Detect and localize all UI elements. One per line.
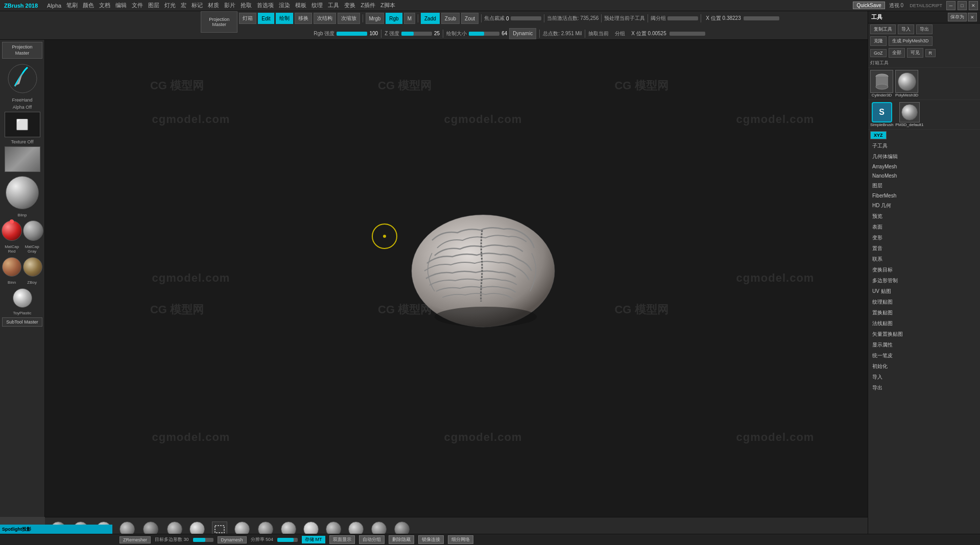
pm3d-default-tool[interactable]: PM3D_default1 (895, 102, 923, 127)
cylinder3d-tool[interactable]: Cylinder3D (870, 70, 893, 97)
simple-brush-thumb[interactable]: S (872, 102, 892, 122)
clone-btn[interactable]: 克隆 (870, 36, 887, 46)
lock-transform-btn[interactable]: 锁像连接 (418, 535, 444, 544)
texture-preview[interactable] (5, 146, 40, 172)
polymesh3d-thumb[interactable] (895, 70, 918, 93)
menu-transform-target[interactable]: 变换目标 (868, 265, 980, 276)
z-strength-slider[interactable] (401, 32, 432, 36)
scale-button[interactable]: 次结构 (314, 13, 336, 24)
zsub-button[interactable]: Zsub (441, 13, 460, 24)
menu-layer[interactable]: 图层 (146, 2, 161, 9)
menu-zplugin[interactable]: Z插件 (358, 2, 377, 9)
split-rate-slider[interactable] (277, 538, 298, 542)
menu-stencil[interactable]: 模板 (293, 2, 308, 9)
menu-surface[interactable]: 表面 (868, 222, 980, 233)
menu-alpha[interactable]: Alpha (45, 3, 63, 9)
rgb-strength-slider[interactable] (337, 32, 367, 36)
maximize-button[interactable]: □ (958, 1, 967, 10)
delete-hidden-btn[interactable]: 删除隐藏 (389, 535, 414, 544)
menu-macro[interactable]: 宏 (179, 2, 188, 9)
menu-geometry[interactable]: 几何体编辑 (868, 152, 980, 162)
menu-color[interactable]: 颜色 (81, 2, 96, 9)
subtool-master-panel[interactable]: SubTool Master (2, 317, 42, 327)
menu-material[interactable]: 材质 (206, 2, 221, 9)
menu-tool[interactable]: 工具 (326, 2, 341, 9)
rotate-button[interactable]: 次缩放 (338, 13, 360, 24)
draw-button[interactable]: 绘制 (276, 13, 293, 24)
alpha-preview[interactable]: ⬜ (5, 112, 40, 137)
brush-icon-display[interactable] (5, 61, 40, 96)
quicksave-button[interactable]: QuickSave (853, 2, 885, 9)
canvas-area[interactable]: cgmodel.com cgmodel.com cgmodel.com cgmo… (45, 40, 921, 517)
menu-layers[interactable]: 图层 (868, 181, 980, 191)
store-mt-btn[interactable]: 存储 MT (302, 536, 325, 543)
menu-displacement-map[interactable]: 置换贴图 (868, 308, 980, 318)
menu-texture-map[interactable]: 纹理贴图 (868, 297, 980, 308)
dynamic-button[interactable]: Dynamic (509, 28, 536, 39)
menu-display-props[interactable]: 显示属性 (868, 340, 980, 351)
draw-size-slider[interactable] (469, 32, 499, 36)
visible-btn[interactable]: 可见 (907, 48, 923, 58)
material-ball-zboy[interactable] (23, 257, 42, 277)
xyz-button[interactable]: XYZ (870, 131, 887, 139)
menu-zscript[interactable]: Z脚本 (378, 2, 397, 9)
close-button[interactable]: ✕ (969, 1, 978, 10)
menu-light[interactable]: 灯光 (162, 2, 178, 9)
lightbox-button[interactable]: 灯箱 (239, 13, 256, 24)
rgb-button[interactable]: Rgb (386, 13, 402, 24)
close-panel-btn[interactable]: ✕ (968, 13, 977, 21)
material-ball-gray[interactable] (23, 220, 43, 241)
dynamesh-btn[interactable]: Dynamesh (218, 536, 247, 543)
material-shinny[interactable] (0, 174, 44, 211)
menu-file[interactable]: 文件 (130, 2, 145, 9)
projection-master-button[interactable]: Projection Master (201, 11, 237, 33)
menu-deformation[interactable]: 变形 (868, 233, 980, 243)
target-poly-slider[interactable] (193, 538, 213, 542)
material-ball-shinny[interactable] (6, 176, 39, 209)
r-btn[interactable]: R (925, 49, 936, 57)
import-btn[interactable]: 导入 (898, 24, 914, 34)
zadd-button[interactable]: Zadd (421, 13, 440, 24)
pm3d-default-thumb[interactable] (899, 102, 920, 122)
copy-tool-btn[interactable]: 复制工具 (870, 24, 896, 34)
m-button[interactable]: M (404, 13, 415, 24)
menu-subtool[interactable]: 子工具 (868, 141, 980, 152)
menu-render[interactable]: 渲染 (277, 2, 292, 9)
zremesher-btn[interactable]: ZRemesher (119, 536, 151, 543)
polymesh3d-btn[interactable]: 生成 PolyMesh3D (889, 36, 933, 46)
material-ball-toyplastic[interactable] (13, 288, 32, 308)
menu-mark[interactable]: 标记 (189, 2, 205, 9)
menu-vector-displacement[interactable]: 矢量置换贴图 (868, 329, 980, 340)
menu-brush[interactable]: 笔刷 (64, 2, 80, 9)
menu-uv-map[interactable]: UV 贴图 (868, 286, 980, 297)
material-ball-red[interactable] (2, 220, 22, 241)
spotlight-bar[interactable]: Spotlight投影 (0, 525, 112, 534)
focal-slider[interactable] (511, 16, 541, 20)
menu-transform[interactable]: 变换 (342, 2, 357, 9)
menu-notation[interactable]: 置音 (868, 243, 980, 254)
menu-texture[interactable]: 纹理 (309, 2, 325, 9)
auto-groups-btn[interactable]: 自动分组 (359, 535, 385, 544)
projection-master-panel[interactable]: Projection Master (2, 42, 42, 59)
ypos-slider[interactable] (670, 32, 705, 36)
cylinder3d-thumb[interactable] (870, 70, 893, 93)
zout-button[interactable]: Zout (461, 13, 479, 24)
export-btn[interactable]: 导出 (916, 24, 933, 34)
all-btn[interactable]: 全部 (889, 48, 905, 58)
edit-button[interactable]: Edit (258, 13, 274, 24)
menu-pick[interactable]: 抢取 (238, 2, 254, 9)
menu-unified-skin[interactable]: 统一笔皮 (868, 351, 980, 361)
goz-btn[interactable]: GoZ (870, 49, 887, 57)
menu-normal-map[interactable]: 法线贴图 (868, 318, 980, 329)
floor-slider[interactable] (667, 16, 698, 20)
subdivide-btn[interactable]: 细分网络 (448, 535, 473, 544)
menu-initialize[interactable]: 初始化 (868, 361, 980, 372)
menu-preview[interactable]: 预览 (868, 211, 980, 222)
menu-export[interactable]: 导出 (868, 383, 980, 393)
menu-doc[interactable]: 文档 (97, 2, 112, 9)
material-ball-binn[interactable] (2, 257, 21, 277)
menu-edit[interactable]: 编辑 (113, 2, 129, 9)
xpos-slider[interactable] (744, 16, 779, 20)
move-button[interactable]: 移换 (295, 13, 312, 24)
polymesh3d-tool[interactable]: PolyMesh3D (895, 70, 918, 97)
